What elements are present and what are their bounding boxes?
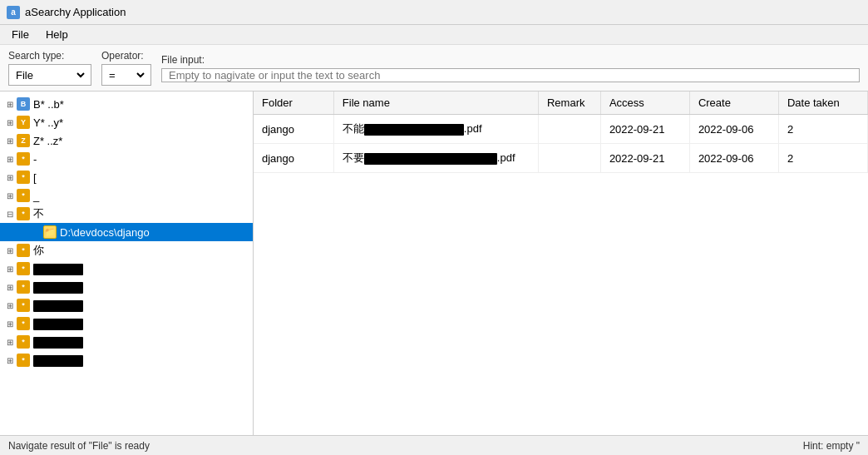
file-input-group: File input: [161,54,860,82]
cell-folder-1: django [254,115,333,144]
expand-icon-y: ⊞ [3,116,17,129]
col-access[interactable]: Access [600,91,689,115]
tree-icon-z: Z [17,134,30,147]
expand-icon-bracket: ⊞ [3,171,17,184]
tree-item-r4[interactable]: ⊞ * [0,314,253,333]
tree-label-django-path: D:\devdocs\django [60,226,150,239]
col-folder[interactable]: Folder [254,91,333,115]
search-type-select[interactable]: File Content Regex [8,64,91,86]
tree-label-bu: 不 [33,206,44,221]
tree-label-r4 [33,317,83,330]
main-content: ⊞ B B* ..b* ⊞ Y Y* ..y* ⊞ Z Z* ..z* ⊞ * … [0,91,868,435]
cell-access-2: 2022-09-21 [600,144,689,173]
tree-label-r3 [33,299,83,312]
operator-select[interactable]: = != > < [101,64,151,86]
tree-scroll[interactable]: ⊞ B B* ..b* ⊞ Y Y* ..y* ⊞ Z Z* ..z* ⊞ * … [0,91,253,435]
filename-suffix-2: .pdf [497,151,515,164]
tree-icon-r3: * [17,299,30,312]
menu-bar: File Help [0,25,868,45]
col-filename[interactable]: File name [333,91,538,115]
tree-label-r6 [33,354,83,367]
tree-label-r5 [33,335,83,349]
expand-icon-r5: ⊞ [3,335,17,349]
expand-icon-ni: ⊞ [3,244,17,257]
cell-datetaken-2: 2 [778,144,867,173]
tree-item-y[interactable]: ⊞ Y Y* ..y* [0,113,253,131]
search-type-label: Search type: [8,50,91,62]
title-bar: a aSearchy Application [0,0,868,25]
tree-icon-ni: * [17,244,30,257]
operator-dropdown[interactable]: = != > < [106,68,147,82]
menu-help[interactable]: Help [37,27,76,42]
tree-item-underscore[interactable]: ⊞ * _ [0,186,253,205]
tree-item-django-path[interactable]: 📁 D:\devdocs\django [0,223,253,241]
tree-label-y: Y* ..y* [33,116,63,129]
tree-icon-dash: * [17,152,30,166]
tree-icon-underscore: * [17,189,30,202]
expand-icon-b: ⊞ [3,97,17,111]
filename-prefix-1: 不能 [343,122,364,135]
tree-item-r2[interactable]: ⊞ * [0,278,253,296]
expand-icon-django [30,225,43,239]
file-input-label: File input: [161,54,860,66]
tree-item-b[interactable]: ⊞ B B* ..b* [0,95,253,113]
tree-label-r2 [33,280,83,294]
operator-group: Operator: = != > < [101,50,151,86]
cell-access-1: 2022-09-21 [600,115,689,144]
expand-icon-r4: ⊞ [3,317,17,330]
tree-icon-r5: * [17,335,30,349]
cell-create-1: 2022-09-06 [689,115,778,144]
tree-icon-b: B [17,97,30,111]
col-datetaken[interactable]: Date taken [778,91,867,115]
cell-filename-2: 不要.pdf [333,144,538,173]
tree-item-bracket[interactable]: ⊞ * [ [0,168,253,186]
expand-icon-z: ⊞ [3,134,17,147]
table-header-row: Folder File name Remark Access Create Da… [254,91,868,115]
cell-create-2: 2022-09-06 [689,144,778,173]
file-input[interactable] [161,68,860,82]
tree-item-r3[interactable]: ⊞ * [0,296,253,314]
tree-panel: ⊞ B B* ..b* ⊞ Y Y* ..y* ⊞ Z Z* ..z* ⊞ * … [0,91,254,435]
app-icon: a [7,6,20,19]
status-left: Navigate result of "File" is ready [8,440,150,452]
cell-folder-2: django [254,144,333,173]
tree-item-bu[interactable]: ⊟ * 不 [0,205,253,223]
tree-icon-bu: * [17,207,30,220]
tree-icon-r6: * [17,354,30,367]
tree-item-z[interactable]: ⊞ Z Z* ..z* [0,131,253,150]
search-type-dropdown[interactable]: File Content Regex [12,68,87,82]
cell-filename-1: 不能.pdf [333,115,538,144]
filename-prefix-2: 不要 [343,151,364,164]
tree-item-r5[interactable]: ⊞ * [0,333,253,351]
tree-item-r1[interactable]: ⊞ * [0,260,253,278]
filename-suffix-1: .pdf [464,122,482,135]
cell-remark-2 [538,144,600,173]
expand-icon-dash: ⊞ [3,152,17,166]
tree-icon-bracket: * [17,171,30,184]
table-row[interactable]: django 不能.pdf 2022-09-21 2022-09-06 2 [254,115,868,144]
col-remark[interactable]: Remark [538,91,600,115]
menu-file[interactable]: File [3,27,37,42]
tree-icon-r2: * [17,280,30,294]
results-panel: Folder File name Remark Access Create Da… [254,91,868,435]
results-scroll[interactable]: Folder File name Remark Access Create Da… [254,91,868,435]
tree-label-z: Z* ..z* [33,135,62,147]
cell-datetaken-1: 2 [778,115,867,144]
tree-icon-y: Y [17,116,30,129]
tree-item-r6[interactable]: ⊞ * [0,351,253,369]
tree-icon-folder: 📁 [43,225,57,239]
tree-label-underscore: _ [33,190,39,202]
tree-icon-r4: * [17,317,30,330]
expand-icon-r3: ⊞ [3,299,17,312]
status-right: Hint: empty " [803,440,860,452]
expand-icon-r6: ⊞ [3,354,17,367]
tree-item-ni[interactable]: ⊞ * 你 [0,241,253,260]
search-type-group: Search type: File Content Regex [8,50,91,86]
table-row[interactable]: django 不要.pdf 2022-09-21 2022-09-06 2 [254,144,868,173]
toolbar: Search type: File Content Regex Operator… [0,45,868,91]
tree-item-dash[interactable]: ⊞ * - [0,150,253,168]
filename-redacted-1 [364,124,464,136]
tree-label-b: B* ..b* [33,98,64,111]
col-create[interactable]: Create [689,91,778,115]
cell-remark-1 [538,115,600,144]
